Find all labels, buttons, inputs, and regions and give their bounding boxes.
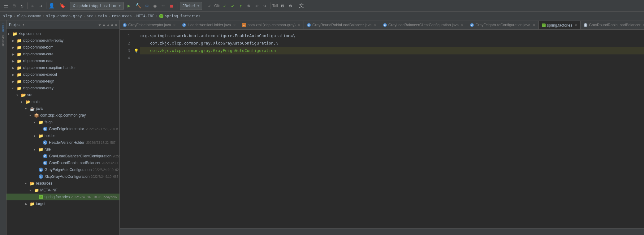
expand-arrow: ▾ — [25, 107, 29, 110]
tab-label: HeaderVersionHolder.java — [188, 23, 231, 27]
tree-label: holder — [45, 134, 55, 138]
tree-item-main[interactable]: ▾ 📂 main — [6, 98, 119, 105]
tree-item-feign[interactable]: ▶ 📁 xlcp-common-feign — [6, 78, 119, 85]
tab-close-icon[interactable]: ✕ — [233, 23, 236, 27]
tree-label: GrayFeigeInterceptor — [49, 127, 84, 131]
tree-item-rule-folder[interactable]: ▾ 📁 rule — [6, 146, 119, 153]
git-tick-icon[interactable]: ✔ — [229, 2, 236, 9]
tree-item-xlcp-common[interactable]: ▾ 📁 xlcp-common — [6, 30, 119, 37]
tree-item-bom[interactable]: ▶ 📁 xlcp-common-bom — [6, 44, 119, 51]
tab-java-icon: I — [584, 23, 587, 27]
tab-spring-factories[interactable]: 🌿 spring.factories ✕ — [539, 21, 581, 29]
editor-content: 1 2 3 4 org.springframework.boot.autocon… — [120, 30, 644, 228]
toolbar-more-run-icon[interactable]: ⋯ — [160, 2, 166, 9]
tree-item-exception-handler[interactable]: ▶ 📁 xlcp-common-exception-handler — [6, 64, 119, 71]
tree-item-java[interactable]: ▾ ☕ java — [6, 105, 119, 112]
tree-item-execel[interactable]: ▶ 📁 xlcp-common-execel — [6, 71, 119, 78]
tree-item-feign-folder[interactable]: ▾ 📁 feign — [6, 119, 119, 126]
breadcrumb-src[interactable]: src — [87, 14, 93, 18]
tab-gray-round-robin[interactable]: C GrayRoundRobinLoadBalancer.java ✕ — [304, 21, 380, 29]
tab-close-icon[interactable]: ✕ — [533, 23, 535, 27]
tree-item-target[interactable]: ▶ 📁 target — [6, 200, 119, 207]
tab-close-icon[interactable]: ✕ — [374, 23, 377, 27]
sidebar-icon-project[interactable]: Project — [0, 22, 6, 34]
toolbar-window-icon[interactable]: ⊞ — [11, 2, 17, 9]
tab-gray-feign-auto-config[interactable]: C GrayFeignAutoConfiguration.java ✕ — [467, 21, 538, 29]
tree-item-grrb[interactable]: C GrayRoundRobinLoadBalancer 2022/6/23 1 — [6, 160, 119, 166]
tree-label: GrayLoadBalancerClientConfiguration — [49, 154, 111, 158]
tree-item-anti-replay[interactable]: ▶ 📁 xlcp-common-anti-replay — [6, 37, 119, 44]
toolbar-menu-icon[interactable]: ☰ — [2, 2, 9, 9]
tab-close-icon[interactable]: ✕ — [643, 23, 644, 27]
git-push-icon[interactable]: ↑ — [237, 2, 244, 9]
expand-arrow: ▶ — [12, 59, 16, 63]
tab-gray-round-robin-2[interactable]: I GrayRoundRobinLoadBalancer ✕ — [581, 21, 644, 29]
tab-close-icon[interactable]: ✕ — [298, 23, 300, 27]
tab-gray-lb-client-config[interactable]: C GrayLoadBalancerClientConfiguration.ja… — [380, 21, 467, 29]
git-more-icon[interactable]: ⊕ — [245, 2, 252, 9]
breadcrumb-spring-factories[interactable]: spring.factories — [165, 14, 201, 18]
translate-icon[interactable]: 文 — [298, 2, 305, 9]
build-button[interactable]: 🔨 — [134, 2, 142, 10]
tab-close-icon[interactable]: ✕ — [574, 23, 577, 27]
git-checkmark-icon[interactable]: ✓ — [221, 2, 228, 9]
breadcrumb-xlcp-common[interactable]: xlcp-common — [17, 14, 41, 18]
stop-button[interactable]: ■ — [168, 2, 176, 10]
folder-icon: 📁 — [16, 52, 22, 57]
run-config-dropdown[interactable]: XlcpAdminApplication ▾ — [70, 2, 124, 10]
tree-item-gray-feign-auto[interactable]: C GrayFeignAutoConfiguration 2022/6/24 9… — [6, 166, 119, 173]
line-num-2: 2 — [120, 40, 132, 47]
tail-icon-1[interactable]: ⊠ — [279, 2, 286, 9]
tree-item-header-version[interactable]: C HeaderVersionHolder 2022/6/23 17:22, 5… — [6, 139, 119, 146]
toolbar-debug-icon[interactable]: ⚙ — [144, 2, 150, 9]
code-editor[interactable]: org.springframework.boot.autoconfigure.E… — [135, 30, 644, 228]
tree-item-gray[interactable]: ▾ 📁 xlcp-common-gray — [6, 85, 119, 92]
toolbar-forward-icon[interactable]: → — [37, 2, 44, 9]
panel-gear-icon[interactable]: ⚙ — [111, 23, 113, 27]
git-undo-icon[interactable]: ↩ — [253, 2, 260, 9]
tree-item-holder-folder[interactable]: ▾ 📁 holder — [6, 132, 119, 139]
folder-icon: 📁 — [16, 79, 22, 84]
breadcrumb-xlcp[interactable]: xlcp — [3, 14, 12, 18]
run-button[interactable]: ▶ — [125, 2, 133, 10]
toolbar-back-icon[interactable]: ← — [29, 2, 36, 9]
tree-item-src[interactable]: ▾ 📂 src — [6, 92, 119, 98]
toolbar-refresh-icon[interactable]: ↻ — [19, 2, 25, 9]
panel-filter-icon[interactable]: ⊟ — [107, 23, 109, 27]
jrebel-dropdown[interactable]: JRebel ▾ — [180, 2, 202, 10]
tail-icon-2[interactable]: ⊗ — [287, 2, 294, 9]
expand-arrow: ▾ — [25, 182, 29, 185]
tree-item-gray-feige[interactable]: C GrayFeigeInterceptor 2022/6/23 17:22, … — [6, 126, 119, 132]
tree-item-meta-inf[interactable]: ▾ 📁 META-INF — [6, 187, 119, 194]
toolbar-vcs-check-icon[interactable]: ✓ — [206, 2, 213, 9]
panel-close-icon[interactable]: ✕ — [115, 23, 117, 27]
toolbar-bookmark-icon[interactable]: 🔖 — [59, 2, 66, 9]
tab-close-icon[interactable]: ✕ — [173, 23, 176, 27]
tree-item-package[interactable]: ▾ 📦 com.zkjc.xlcp.common.gray — [6, 112, 119, 119]
toolbar-person-icon[interactable]: 👤 — [48, 2, 55, 9]
status-bar: CSDN @Instanceztt — [120, 228, 644, 235]
git-redo-icon[interactable]: ↪ — [261, 2, 268, 9]
tab-pom-xml[interactable]: m pom.xml (xlcp-common-gray) ✕ — [239, 21, 304, 29]
bulb-icon[interactable]: 💡 — [135, 47, 139, 54]
panel-equalize-icon[interactable]: ≡ — [102, 23, 105, 27]
tree-item-core[interactable]: ▶ 📁 xlcp-common-core — [6, 51, 119, 58]
sidebar-icons: Project Structure — [0, 20, 6, 235]
breadcrumb-main[interactable]: main — [98, 14, 107, 18]
tab-gray-feige-interceptor[interactable]: C GrayFeigeInterceptor.java ✕ — [120, 21, 179, 29]
tab-close-icon[interactable]: ✕ — [461, 23, 464, 27]
tree-label: src — [27, 93, 32, 97]
tab-header-version-holder[interactable]: C HeaderVersionHolder.java ✕ — [179, 21, 239, 29]
sidebar-icon-structure[interactable]: Structure — [0, 35, 6, 47]
tree-item-resources[interactable]: ▾ 📂 resources — [6, 180, 119, 187]
breadcrumb-resources[interactable]: resources — [112, 14, 132, 18]
tree-item-glb-config[interactable]: C GrayLoadBalancerClientConfiguration 20… — [6, 153, 119, 160]
breadcrumb-xlcp-common-gray[interactable]: xlcp-common-gray — [46, 14, 82, 18]
breadcrumb-meta-inf[interactable]: META-INF — [136, 14, 154, 18]
tree-item-spring-factories[interactable]: 🌿 spring.factories 2022/6/24 9:07, 183 B… — [6, 194, 119, 200]
tree-item-xlcp-gray-auto[interactable]: C XlcpGrayAutoConfiguration 2022/6/24 9:… — [6, 173, 119, 180]
tree-label: xlcp-common-gray — [23, 86, 54, 90]
tree-item-data[interactable]: ▶ 📁 xlcp-common-data — [6, 58, 119, 64]
toolbar-profile-icon[interactable]: ◉ — [152, 2, 158, 9]
panel-add-icon[interactable]: ⊕ — [98, 23, 101, 27]
